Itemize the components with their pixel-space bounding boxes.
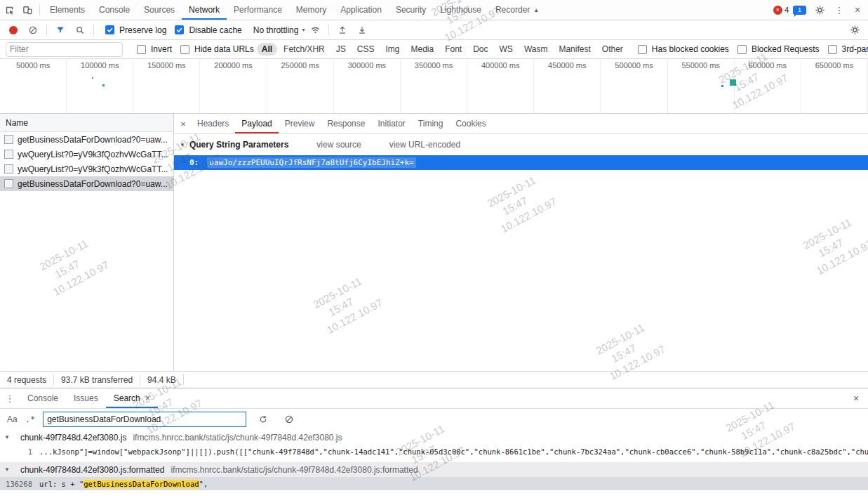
tab-security[interactable]: Security	[389, 0, 433, 20]
line-number: 1	[0, 447, 39, 456]
view-url-encoded-link[interactable]: view URL-encoded	[389, 140, 460, 150]
blocked-requests-checkbox[interactable]	[737, 45, 747, 54]
request-row-selected[interactable]: getBusinessDataForDownload?0=uaw...	[0, 176, 173, 191]
disable-cache-label[interactable]: Disable cache	[189, 25, 241, 35]
filter-type-fetch-xhr[interactable]: Fetch/XHR	[279, 43, 330, 55]
filter-input[interactable]	[6, 42, 123, 57]
third-party-requests-checkbox[interactable]	[828, 45, 837, 54]
filter-type-all[interactable]: All	[257, 43, 277, 55]
network-overview-timeline[interactable]: 50000 ms 100000 ms 150000 ms 200000 ms 2…	[0, 59, 868, 114]
timeline-tick: 200000 ms	[200, 59, 267, 113]
settings-gear-icon[interactable]	[810, 0, 829, 20]
export-har-icon[interactable]	[353, 20, 371, 39]
name-column-header[interactable]: Name	[0, 114, 173, 132]
close-devtools-icon[interactable]: ×	[850, 4, 865, 15]
more-options-icon[interactable]: ⋮	[833, 5, 846, 15]
has-blocked-cookies-label[interactable]: Has blocked cookies	[652, 44, 729, 54]
search-result-line[interactable]: 1 ...kJsonp"]=window["webpackJsonp"]||[]…	[0, 445, 868, 458]
detail-tab-timing[interactable]: Timing	[412, 114, 450, 133]
close-details-icon[interactable]: ×	[175, 114, 191, 133]
preserve-log-checkbox[interactable]	[105, 25, 114, 34]
has-blocked-cookies-checkbox[interactable]	[638, 45, 647, 54]
filter-type-doc[interactable]: Doc	[468, 43, 493, 55]
timeline-tick: 350000 ms	[401, 59, 467, 113]
filter-type-css[interactable]: CSS	[352, 43, 380, 55]
search-input[interactable]	[43, 412, 246, 427]
import-har-icon[interactable]	[333, 20, 352, 39]
hide-data-urls-checkbox[interactable]	[180, 45, 189, 54]
network-settings-gear-icon[interactable]	[846, 20, 864, 39]
regex-toggle[interactable]: .*	[25, 414, 35, 424]
third-party-requests-label[interactable]: 3rd-party requests	[842, 44, 868, 54]
error-count: 4	[784, 6, 789, 14]
blocked-requests-label[interactable]: Blocked Requests	[752, 44, 820, 54]
tab-application[interactable]: Application	[333, 0, 389, 20]
filter-type-js[interactable]: JS	[331, 43, 351, 55]
query-param-row-selected[interactable]: 0: uawJo/zzzPEUUuIQrJfRsNFj7a8tUfj6CyIbE…	[174, 155, 868, 170]
refresh-search-icon[interactable]	[254, 409, 272, 430]
view-source-link[interactable]: view source	[316, 140, 361, 150]
filter-funnel-icon[interactable]	[51, 20, 69, 39]
filter-type-media[interactable]: Media	[406, 43, 439, 55]
drawer-tab-console[interactable]: Console	[20, 388, 66, 408]
hide-data-urls-label[interactable]: Hide data URLs	[194, 44, 254, 54]
close-drawer-icon[interactable]: ×	[844, 388, 868, 408]
throttling-select[interactable]: No throttling ▾	[253, 25, 305, 35]
search-result-line-selected[interactable]: 136268 url: s + "getBusinessDataForDownl…	[0, 477, 868, 490]
issues-count-badge[interactable]: 1	[793, 6, 806, 15]
detail-tab-response[interactable]: Response	[321, 114, 371, 133]
collapse-triangle-icon[interactable]: ▼	[4, 434, 10, 440]
timeline-tick: 450000 ms	[534, 59, 601, 113]
detail-tab-cookies[interactable]: Cookies	[449, 114, 492, 133]
match-case-toggle[interactable]: Aa	[7, 414, 18, 424]
detail-tab-preview[interactable]: Preview	[279, 114, 321, 133]
tab-network[interactable]: Network	[182, 0, 227, 20]
filter-type-manifest[interactable]: Manifest	[554, 43, 595, 55]
clear-search-icon[interactable]	[280, 409, 298, 430]
disable-cache-checkbox[interactable]	[175, 25, 184, 34]
tab-performance[interactable]: Performance	[227, 0, 289, 20]
filter-type-wasm[interactable]: Wasm	[519, 43, 553, 55]
close-search-tab-icon[interactable]: ×	[145, 393, 150, 403]
drawer-more-icon[interactable]: ⋮	[0, 388, 20, 408]
tab-memory[interactable]: Memory	[289, 0, 333, 20]
filter-type-ws[interactable]: WS	[495, 43, 518, 55]
request-row[interactable]: ywQueryList?0=yV9k3fQozhvWcGaTT...	[0, 147, 173, 162]
collapse-triangle-icon[interactable]: ▼	[4, 466, 10, 473]
search-result-file[interactable]: ▼ chunk-49f7848d.42ef3080.js:formatted i…	[0, 462, 868, 477]
request-row[interactable]: ywQueryList?0=yV9k3fQozhvWcGaTT...	[0, 162, 173, 176]
timeline-tick: 250000 ms	[267, 59, 334, 113]
collapse-triangle-icon[interactable]: ▼	[180, 142, 185, 148]
request-row[interactable]: getBusinessDataForDownload?0=uaw...	[0, 132, 173, 147]
tab-sources[interactable]: Sources	[137, 0, 182, 20]
tab-elements[interactable]: Elements	[43, 0, 92, 20]
record-icon[interactable]	[9, 26, 18, 34]
detail-tab-headers[interactable]: Headers	[191, 114, 235, 133]
detail-tab-payload[interactable]: Payload	[235, 114, 278, 133]
timeline-tick: 550000 ms	[668, 59, 735, 113]
timeline-tick: 150000 ms	[133, 59, 200, 113]
device-toolbar-icon[interactable]	[18, 0, 36, 20]
detail-tab-initiator[interactable]: Initiator	[371, 114, 411, 133]
tab-lighthouse[interactable]: Lighthouse	[433, 0, 488, 20]
search-network-icon[interactable]	[71, 20, 89, 39]
network-filter-row: Invert Hide data URLs All Fetch/XHR JS C…	[0, 40, 868, 59]
clear-network-log-icon[interactable]	[24, 20, 42, 39]
invert-checkbox[interactable]	[137, 45, 146, 54]
search-result-file[interactable]: ▼ chunk-49f7848d.42ef3080.js ifmcms.hnrc…	[0, 430, 868, 445]
drawer-tab-search[interactable]: Search ×	[106, 388, 158, 408]
inspect-element-icon[interactable]	[0, 0, 18, 20]
error-count-badge[interactable]: × 4	[773, 6, 789, 15]
query-string-section-header[interactable]: ▼ Query String Parameters view source vi…	[174, 134, 868, 155]
drawer-tab-issues[interactable]: Issues	[66, 388, 106, 408]
file-icon	[4, 135, 13, 144]
filter-type-img[interactable]: Img	[380, 43, 404, 55]
section-title: Query String Parameters	[189, 140, 288, 150]
invert-label[interactable]: Invert	[151, 44, 172, 54]
filter-type-font[interactable]: Font	[440, 43, 467, 55]
preserve-log-label[interactable]: Preserve log	[119, 25, 166, 35]
network-conditions-icon[interactable]	[306, 20, 324, 39]
tab-console[interactable]: Console	[92, 0, 137, 20]
tab-recorder[interactable]: Recorder ▲	[488, 0, 546, 20]
filter-type-other[interactable]: Other	[597, 43, 628, 55]
